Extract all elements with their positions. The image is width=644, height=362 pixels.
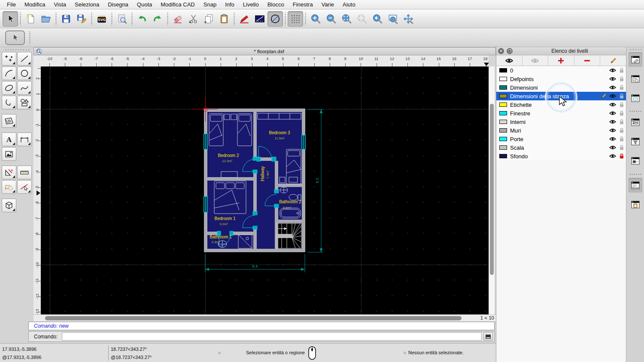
text-tool-button[interactable]: A xyxy=(2,133,16,146)
layer-visibility-toggle[interactable] xyxy=(608,128,617,133)
close-panel-button[interactable]: ✕ xyxy=(498,48,504,54)
zoom-pan-button[interactable] xyxy=(401,11,416,27)
pen-tool-button[interactable] xyxy=(237,11,252,27)
zoom-in-button[interactable] xyxy=(308,11,323,27)
redo-button[interactable] xyxy=(150,11,165,27)
zoom-auto-button[interactable] xyxy=(339,11,354,27)
zoom-window-button[interactable] xyxy=(385,11,401,27)
save-button[interactable] xyxy=(58,11,74,27)
layer-row[interactable]: 0 xyxy=(496,66,626,75)
menu-item[interactable]: File xyxy=(3,0,20,9)
menu-item[interactable]: Seleziona xyxy=(70,0,103,9)
pointer-mode-button[interactable] xyxy=(5,30,25,45)
view-3d-tool-button[interactable] xyxy=(2,199,16,212)
delete-button[interactable] xyxy=(170,11,185,27)
grid-toggle-button[interactable] xyxy=(288,11,303,27)
dock-library-browser-button[interactable] xyxy=(629,91,642,106)
paste-button[interactable] xyxy=(216,11,232,27)
modify-tool-button[interactable] xyxy=(2,166,16,179)
layer-lock-toggle[interactable] xyxy=(617,119,626,125)
layer-visibility-toggle[interactable] xyxy=(608,145,617,150)
layer-visibility-toggle[interactable] xyxy=(608,76,617,81)
dock-layer-list-button[interactable] xyxy=(629,52,642,67)
arc-tool-button[interactable] xyxy=(2,66,16,80)
zoom-previous-button[interactable] xyxy=(354,11,370,27)
layer-row[interactable]: Dimensioni xyxy=(496,83,626,92)
menu-item[interactable]: Vista xyxy=(49,0,70,9)
layer-visibility-toggle[interactable] xyxy=(608,102,617,107)
layer-lock-toggle[interactable] xyxy=(617,136,626,142)
add-layer-button[interactable] xyxy=(548,55,574,66)
command-input[interactable] xyxy=(62,332,482,341)
drawing-canvas[interactable]: Bedroom 3 11.5m² Bedroom 2 12.3m² Hallwa… xyxy=(41,66,489,314)
layer-row[interactable]: Dimensioni della stanza xyxy=(496,92,626,100)
hide-all-layers-button[interactable] xyxy=(522,55,549,66)
hatch-tool-button[interactable] xyxy=(2,114,16,128)
open-file-button[interactable] xyxy=(38,11,54,27)
layer-visibility-toggle[interactable] xyxy=(608,94,617,99)
layer-lock-toggle[interactable] xyxy=(617,110,626,116)
layer-lock-toggle[interactable] xyxy=(617,102,626,108)
dock-drag-handle[interactable] xyxy=(629,49,641,51)
remove-layer-button[interactable] xyxy=(574,55,601,66)
layer-row[interactable]: Sfondo xyxy=(496,152,626,160)
layer-row[interactable]: Defpoints xyxy=(496,75,626,83)
zoom-out-button[interactable] xyxy=(323,11,339,27)
undo-button[interactable] xyxy=(134,11,150,27)
new-file-button[interactable] xyxy=(23,11,38,27)
layer-visibility-toggle[interactable] xyxy=(608,111,617,116)
select-entity-tool-button[interactable] xyxy=(17,180,32,194)
select-pointer-button[interactable] xyxy=(3,11,18,27)
dock-block-list-button[interactable] xyxy=(629,72,642,86)
measure-tool-button[interactable] xyxy=(17,166,32,179)
palette-drag-handle[interactable] xyxy=(4,49,29,51)
dimension-tool-button[interactable] xyxy=(17,133,32,146)
layer-lock-toggle[interactable] xyxy=(617,93,626,99)
dock-entity-list-button[interactable] xyxy=(629,115,642,130)
layer-lock-toggle[interactable] xyxy=(617,145,626,151)
layer-row[interactable]: Finestre xyxy=(496,109,626,118)
layer-visibility-toggle[interactable] xyxy=(608,154,617,159)
layer-row[interactable]: Interni xyxy=(496,118,626,126)
copy-button[interactable] xyxy=(201,11,216,27)
menu-item[interactable]: Varie xyxy=(317,0,338,9)
menu-item[interactable]: Modifica xyxy=(20,0,49,9)
menu-item[interactable]: Info xyxy=(221,0,239,9)
spline-tool-button[interactable] xyxy=(17,81,32,95)
menu-item[interactable]: Modifica CAD xyxy=(156,0,199,9)
line-tool-button[interactable] xyxy=(17,52,32,66)
menu-item[interactable]: Quota xyxy=(133,0,156,9)
menu-item[interactable]: Aiuto xyxy=(338,0,360,9)
cut-button[interactable] xyxy=(185,11,201,27)
layer-visibility-toggle[interactable] xyxy=(608,119,617,124)
dock-command-widget-button[interactable] xyxy=(629,178,642,193)
line-attributes-button[interactable] xyxy=(252,11,267,27)
image-tool-button[interactable] xyxy=(2,147,16,161)
layer-lock-toggle[interactable] xyxy=(617,76,626,82)
layer-visibility-toggle[interactable] xyxy=(608,85,617,90)
menu-item[interactable]: Blocco xyxy=(263,0,289,9)
circle-tool-button[interactable] xyxy=(267,11,283,27)
ellipse-tool-button[interactable] xyxy=(2,81,16,95)
layer-row[interactable]: Scala xyxy=(496,143,626,152)
horizontal-scrollbar-thumb[interactable] xyxy=(45,316,462,320)
vertical-scrollbar[interactable] xyxy=(489,66,495,314)
block-tool-button[interactable] xyxy=(2,180,16,194)
menu-item[interactable]: Snap xyxy=(199,0,221,9)
shapes-tool-button[interactable] xyxy=(17,96,32,109)
layer-visibility-toggle[interactable] xyxy=(608,68,617,73)
vertical-scrollbar-thumb[interactable] xyxy=(490,104,494,275)
menu-item[interactable]: Finestra xyxy=(289,0,317,9)
layer-visibility-toggle[interactable] xyxy=(608,136,617,142)
layer-row[interactable]: Etichette xyxy=(496,100,626,109)
layer-lock-toggle[interactable] xyxy=(617,127,626,133)
drawing-window-titlebar[interactable]: * floorplan.dxf xyxy=(33,47,496,55)
dock-clipboard-button[interactable] xyxy=(629,197,642,212)
menu-item[interactable]: Livello xyxy=(239,0,263,9)
point-tool-button[interactable] xyxy=(2,52,16,66)
keyboard-toggle-button[interactable] xyxy=(483,332,493,341)
save-as-button[interactable] xyxy=(74,11,89,27)
export-svg-button[interactable]: SVG xyxy=(94,11,109,27)
undock-panel-button[interactable]: ❐ xyxy=(507,48,513,54)
layer-lock-toggle[interactable] xyxy=(617,84,626,90)
